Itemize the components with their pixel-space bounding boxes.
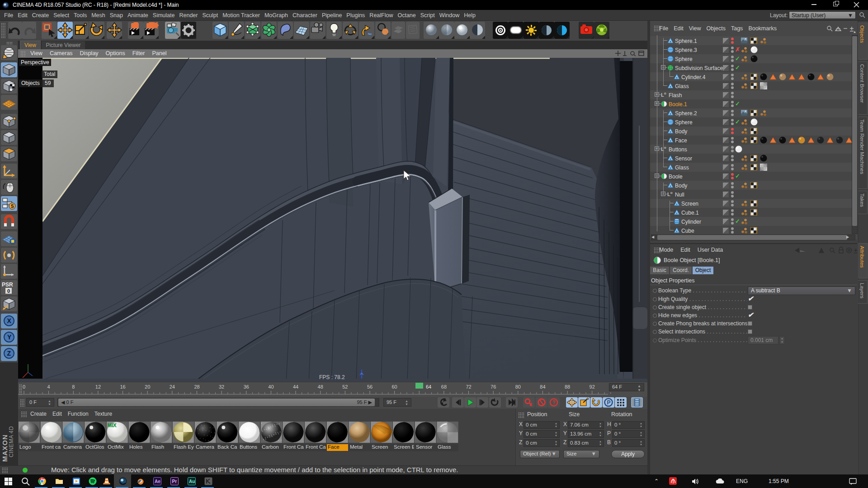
svg-text:Pr: Pr	[172, 479, 177, 484]
svg-text:84: 84	[540, 384, 545, 389]
svg-text:40: 40	[268, 384, 274, 389]
svg-text:44: 44	[293, 384, 298, 389]
svg-text:S: S	[11, 204, 14, 209]
svg-text:24: 24	[170, 384, 175, 389]
svg-text:Au: Au	[189, 479, 195, 484]
svg-text:X: X	[7, 317, 12, 324]
svg-text:64: 64	[426, 384, 431, 389]
svg-text:32: 32	[219, 384, 224, 389]
svg-text:36: 36	[244, 384, 249, 389]
svg-text:52: 52	[342, 384, 348, 389]
svg-text:4: 4	[47, 384, 50, 389]
svg-text:68: 68	[441, 384, 447, 389]
svg-text:16: 16	[120, 384, 125, 389]
svg-text:72: 72	[466, 384, 471, 389]
svg-text:88: 88	[565, 384, 570, 389]
svg-text:48: 48	[318, 384, 323, 389]
svg-text:Y: Y	[7, 333, 12, 341]
svg-text:0: 0	[7, 288, 10, 294]
svg-text:P: P	[607, 399, 611, 406]
svg-text:60: 60	[392, 384, 397, 389]
svg-text:8: 8	[72, 384, 75, 389]
svg-text:MIX: MIX	[108, 422, 117, 428]
svg-text:56: 56	[367, 384, 373, 389]
svg-text:20: 20	[145, 384, 150, 389]
svg-text:Z: Z	[7, 350, 11, 357]
svg-text:Ae: Ae	[155, 479, 160, 484]
svg-text:PSR: PSR	[2, 282, 13, 288]
svg-text:12: 12	[95, 384, 101, 389]
svg-text:0: 0	[23, 384, 25, 389]
svg-text:76: 76	[491, 384, 496, 389]
svg-text:?: ?	[552, 399, 556, 406]
svg-text:28: 28	[194, 384, 199, 389]
svg-text:80: 80	[515, 384, 521, 389]
svg-text:92: 92	[590, 384, 595, 389]
